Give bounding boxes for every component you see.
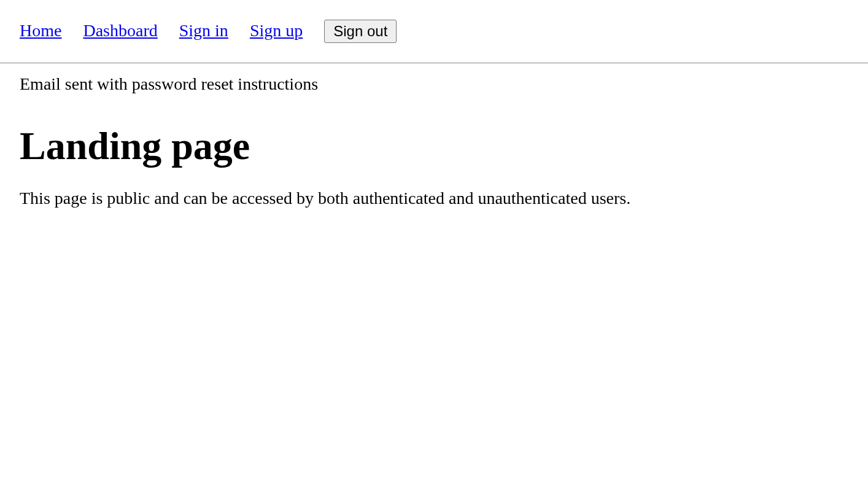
divider: [0, 63, 868, 63]
page-description: This page is public and can be accessed …: [20, 189, 848, 208]
nav-link-home[interactable]: Home: [20, 21, 61, 40]
main-nav: Home Dashboard Sign in Sign up Sign out: [0, 0, 868, 63]
page-title: Landing page: [20, 123, 848, 169]
page-content: Email sent with password reset instructi…: [0, 74, 868, 208]
nav-link-sign-in[interactable]: Sign in: [179, 21, 228, 40]
nav-link-dashboard[interactable]: Dashboard: [83, 21, 157, 40]
flash-message: Email sent with password reset instructi…: [20, 74, 848, 94]
sign-out-button[interactable]: Sign out: [324, 20, 397, 43]
nav-link-sign-up[interactable]: Sign up: [250, 21, 303, 40]
